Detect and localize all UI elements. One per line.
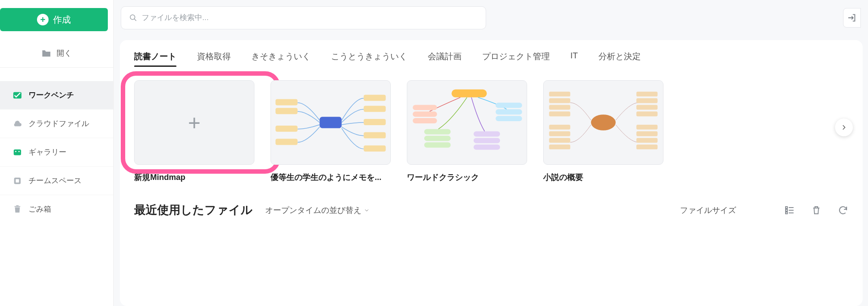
list-view-icon[interactable] bbox=[784, 205, 795, 216]
template-title: 新規Mindmap bbox=[134, 172, 254, 183]
template-novel[interactable]: 小説の概要 bbox=[543, 80, 663, 183]
svg-rect-48 bbox=[636, 138, 657, 143]
svg-rect-47 bbox=[636, 131, 657, 136]
category-tabs: 読書ノート 資格取得 きそきょういく こうとうきょういく 会議計画 プロジェクト… bbox=[134, 51, 848, 68]
svg-rect-19 bbox=[364, 145, 385, 151]
svg-rect-13 bbox=[275, 126, 297, 132]
svg-rect-49 bbox=[636, 144, 657, 149]
chevron-down-icon bbox=[364, 208, 369, 213]
svg-rect-50 bbox=[786, 207, 787, 208]
svg-rect-23 bbox=[413, 118, 437, 123]
workbench-icon bbox=[12, 90, 22, 100]
svg-rect-54 bbox=[786, 212, 787, 214]
template-new[interactable]: 新規Mindmap bbox=[134, 80, 254, 183]
tab-project[interactable]: プロジェクト管理 bbox=[482, 51, 550, 66]
sidebar-item-team[interactable]: チームスペース bbox=[0, 166, 113, 195]
svg-rect-36 bbox=[549, 105, 570, 110]
recent-actions bbox=[784, 205, 848, 216]
recent-files-header: 最近使用したファイル オープンタイムの並び替え ファイルサイズ bbox=[134, 202, 848, 218]
svg-rect-24 bbox=[424, 129, 450, 135]
search-input[interactable] bbox=[142, 13, 478, 22]
svg-rect-6 bbox=[15, 206, 20, 207]
tab-basic-edu[interactable]: きそきょういく bbox=[251, 51, 311, 66]
svg-rect-39 bbox=[549, 131, 570, 136]
svg-rect-29 bbox=[474, 144, 500, 150]
svg-point-3 bbox=[18, 151, 20, 152]
refresh-icon[interactable] bbox=[838, 205, 848, 216]
svg-line-9 bbox=[134, 19, 136, 21]
nav-label: ギャラリー bbox=[29, 147, 66, 157]
create-label: 作成 bbox=[53, 14, 71, 26]
template-title: ワールドクラシック bbox=[407, 172, 527, 183]
trash-icon[interactable] bbox=[811, 205, 822, 216]
svg-rect-26 bbox=[424, 143, 450, 148]
tab-higher-edu[interactable]: こうとうきょういく bbox=[331, 51, 407, 66]
svg-rect-12 bbox=[275, 108, 297, 114]
svg-point-2 bbox=[15, 151, 16, 152]
new-thumb bbox=[134, 80, 254, 165]
top-bar bbox=[114, 0, 868, 36]
svg-rect-7 bbox=[16, 205, 19, 206]
svg-rect-44 bbox=[636, 105, 657, 110]
tab-it[interactable]: IT bbox=[570, 51, 578, 66]
svg-rect-14 bbox=[275, 139, 297, 145]
thumb-mindmap bbox=[543, 80, 663, 165]
svg-rect-43 bbox=[636, 98, 657, 103]
nav-label: ごみ箱 bbox=[29, 204, 51, 214]
svg-rect-15 bbox=[364, 95, 385, 101]
create-button[interactable]: + 作成 bbox=[0, 8, 108, 31]
svg-rect-20 bbox=[451, 90, 487, 98]
open-button[interactable]: 開く bbox=[0, 39, 113, 68]
tab-meeting[interactable]: 会議計画 bbox=[428, 51, 462, 66]
mindmap-preview-icon bbox=[407, 81, 527, 164]
svg-rect-10 bbox=[319, 117, 341, 128]
chevron-right-icon bbox=[841, 124, 847, 131]
svg-rect-22 bbox=[413, 111, 437, 117]
svg-rect-34 bbox=[549, 92, 570, 97]
sidebar-item-trash[interactable]: ごみ箱 bbox=[0, 195, 113, 223]
search-icon bbox=[129, 14, 137, 22]
svg-rect-37 bbox=[549, 111, 570, 116]
svg-rect-25 bbox=[424, 136, 450, 141]
sort-label: オープンタイムの並び替え bbox=[265, 205, 361, 216]
sidebar: + 作成 開く ワークベンチ クラウドファイル bbox=[0, 0, 114, 306]
svg-rect-17 bbox=[364, 119, 385, 125]
svg-rect-16 bbox=[364, 106, 385, 112]
svg-rect-31 bbox=[495, 109, 522, 114]
carousel-next-button[interactable] bbox=[835, 118, 853, 136]
sidebar-item-workbench[interactable]: ワークベンチ bbox=[0, 81, 113, 109]
tab-qualification[interactable]: 資格取得 bbox=[197, 51, 231, 66]
trash-icon bbox=[12, 204, 22, 214]
svg-rect-32 bbox=[495, 116, 522, 121]
svg-rect-11 bbox=[275, 99, 297, 106]
svg-point-33 bbox=[591, 114, 615, 131]
login-button[interactable] bbox=[843, 8, 861, 28]
svg-rect-5 bbox=[16, 179, 19, 182]
open-label: 開く bbox=[57, 48, 72, 58]
svg-rect-52 bbox=[786, 209, 787, 211]
filesize-column[interactable]: ファイルサイズ bbox=[680, 205, 736, 216]
svg-rect-42 bbox=[636, 92, 657, 97]
template-classic[interactable]: ワールドクラシック bbox=[407, 80, 527, 183]
plus-icon: + bbox=[37, 14, 49, 25]
sidebar-item-cloud[interactable]: クラウドファイル bbox=[0, 109, 113, 138]
sidebar-item-gallery[interactable]: ギャラリー bbox=[0, 138, 113, 166]
team-icon bbox=[12, 176, 22, 186]
template-title: 優等生の学生のようにメモを... bbox=[270, 172, 391, 183]
search-field[interactable] bbox=[121, 6, 486, 29]
svg-rect-38 bbox=[549, 125, 570, 130]
sort-dropdown[interactable]: オープンタイムの並び替え bbox=[265, 205, 369, 216]
template-notes[interactable]: 優等生の学生のようにメモを... bbox=[270, 80, 391, 183]
tab-reading-notes[interactable]: 読書ノート bbox=[134, 51, 176, 66]
svg-rect-28 bbox=[474, 138, 500, 143]
svg-rect-27 bbox=[474, 131, 500, 137]
cloud-icon bbox=[12, 119, 22, 129]
template-row: 新規Mindmap bbox=[134, 80, 848, 183]
svg-rect-40 bbox=[549, 138, 570, 143]
thumb-mindmap bbox=[407, 80, 527, 165]
svg-rect-1 bbox=[14, 149, 21, 155]
svg-rect-18 bbox=[364, 132, 385, 139]
tab-analysis[interactable]: 分析と決定 bbox=[598, 51, 641, 66]
nav-label: ワークベンチ bbox=[29, 90, 74, 100]
mindmap-preview-icon bbox=[271, 81, 390, 164]
